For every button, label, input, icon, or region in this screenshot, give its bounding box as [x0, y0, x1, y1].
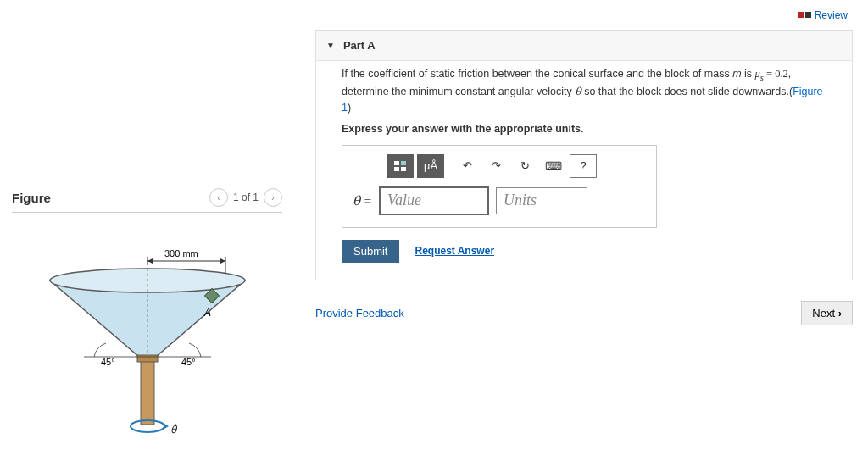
- redo-button[interactable]: ↷: [483, 155, 509, 177]
- units-input[interactable]: Units: [496, 187, 587, 214]
- figure-prev-button[interactable]: ‹: [209, 188, 228, 207]
- angle-left-label: 45°: [101, 357, 115, 367]
- value-input[interactable]: Value: [379, 186, 489, 215]
- special-chars-button[interactable]: µÅ: [417, 154, 444, 178]
- svg-rect-14: [394, 161, 399, 165]
- point-a-label: A: [203, 307, 211, 319]
- units-instruction: Express your answer with the appropriate…: [342, 123, 826, 135]
- provide-feedback-link[interactable]: Provide Feedback: [315, 307, 404, 319]
- reset-button[interactable]: ↻: [512, 155, 537, 177]
- submit-button[interactable]: Submit: [342, 240, 399, 263]
- svg-marker-6: [164, 424, 169, 429]
- angle-right-label: 45°: [181, 357, 196, 367]
- part-label: Part A: [343, 39, 376, 52]
- request-answer-link[interactable]: Request Answer: [415, 245, 494, 257]
- figure-pager-text: 1 of 1: [233, 192, 259, 203]
- svg-rect-3: [141, 357, 154, 425]
- answer-box: µÅ ↶ ↷ ↻ ⌨ ? θ̇ = Value Units: [342, 145, 657, 228]
- svg-rect-4: [137, 355, 158, 362]
- svg-rect-16: [394, 167, 399, 171]
- figure-image: θ̇ A 300 mm 45° 45°: [12, 213, 282, 450]
- dimension-label: 300 mm: [164, 248, 198, 258]
- help-button[interactable]: ?: [570, 154, 597, 178]
- next-button[interactable]: Next ›: [801, 301, 853, 325]
- svg-rect-15: [401, 161, 406, 165]
- figure-next-button[interactable]: ›: [264, 188, 282, 207]
- collapse-icon: ▼: [326, 41, 335, 50]
- keyboard-button[interactable]: ⌨: [541, 155, 566, 177]
- figure-title: Figure: [12, 191, 51, 205]
- review-link[interactable]: Review: [798, 9, 848, 21]
- part-a-panel: ▼ Part A If the coefficient of static fr…: [315, 30, 853, 280]
- theta-dot-label: θ̇: [170, 423, 178, 436]
- undo-button[interactable]: ↶: [454, 155, 480, 177]
- part-a-header[interactable]: ▼ Part A: [316, 31, 852, 60]
- svg-marker-11: [147, 258, 153, 264]
- answer-lhs: θ̇ =: [353, 193, 372, 208]
- question-prompt: If the coefficient of static friction be…: [342, 66, 826, 116]
- svg-rect-17: [401, 167, 406, 171]
- template-button[interactable]: [387, 154, 414, 178]
- svg-marker-12: [220, 258, 225, 264]
